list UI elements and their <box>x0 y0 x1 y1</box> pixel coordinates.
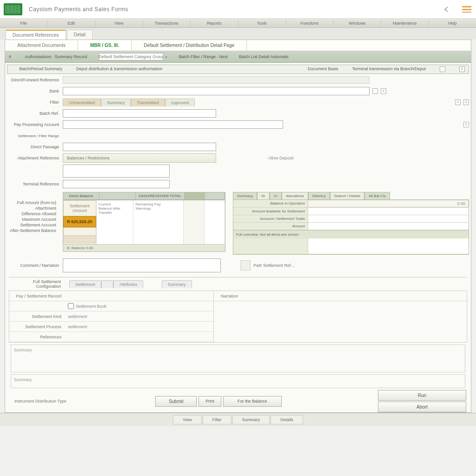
ltab-2[interactable] <box>101 280 113 288</box>
filtertab-untransmitted[interactable]: Untransmitted <box>63 99 101 106</box>
bnav-view[interactable]: View <box>173 415 201 424</box>
basis-menu-icon[interactable]: ≡ <box>459 66 465 72</box>
cell-settlement-amount: R 620,529.20 <box>63 216 96 227</box>
dtab-delivery[interactable]: Delivery <box>308 192 330 199</box>
submit-button[interactable]: Submit <box>155 396 197 407</box>
window-title: Caystom Payments and Sales Forms <box>29 6 128 13</box>
det-amount-label: Amount <box>233 223 308 230</box>
menu-functions[interactable]: Functions <box>286 19 334 27</box>
section-mbr[interactable]: MBR / GS. III. <box>78 40 132 51</box>
section-settlement[interactable]: Default Settlement / Distribution Detail… <box>132 40 247 51</box>
menu-view[interactable]: View <box>95 19 143 27</box>
path-checkbox[interactable] <box>240 260 251 271</box>
cell-remaining: Remaining PayWarnings <box>133 200 184 244</box>
comment-input[interactable] <box>63 258 221 272</box>
ltab-settlement[interactable]: Settlement <box>69 280 101 288</box>
menu-transactions[interactable]: Transactions <box>143 19 191 27</box>
direct-passage-input[interactable] <box>63 143 216 151</box>
label-batchref: Batch Ref. <box>7 111 63 116</box>
menu-help[interactable]: Help <box>429 19 476 27</box>
batchref-input[interactable] <box>63 109 216 118</box>
section-attachments[interactable]: Attachment Documents <box>5 40 78 51</box>
label-payproc: Pay Processing Account <box>7 122 63 127</box>
print-button[interactable]: Print <box>198 396 221 407</box>
ltab-attributes[interactable]: Attributes <box>113 280 143 288</box>
bnav-filter[interactable]: Filter <box>203 415 231 424</box>
terminal-ref-input[interactable] <box>63 180 170 188</box>
settlement-book-checkbox[interactable] <box>68 303 74 309</box>
label-settlement-range: Settlement / Filter Range <box>7 134 63 138</box>
filtertab-transmitted[interactable]: Transmitted <box>131 99 165 106</box>
det-avail-input[interactable] <box>308 208 469 215</box>
dtab-alloc[interactable]: Allocations <box>282 192 308 199</box>
label-allow-deposit: Allow Deposit <box>268 156 294 160</box>
bank-input[interactable] <box>63 87 370 95</box>
label-references: References <box>9 335 65 339</box>
menu-file[interactable]: File <box>0 19 48 27</box>
filtertab-approved[interactable]: Approved <box>165 99 195 106</box>
label-filter: Filter <box>7 100 63 105</box>
det-extra-input[interactable] <box>308 238 469 254</box>
run-button[interactable]: Run <box>378 390 466 401</box>
filtertab-summary[interactable]: Summary <box>101 99 131 106</box>
label-settlement-kind: Settlement Kind <box>9 314 65 319</box>
label-batch-period: Batch/Period Summary <box>11 66 62 72</box>
path-checkbox-label: Path Settlement Ref… <box>253 263 295 268</box>
det-totals-input[interactable] <box>308 215 469 222</box>
label-direct-fwd: Direct/Forward Reference <box>7 78 63 82</box>
detail-footer: Full overview: Not all items are shown <box>233 230 469 238</box>
bank-picker-icon[interactable]: … <box>372 88 378 94</box>
label-document-basis: Document Basis <box>308 66 338 72</box>
dtab-cr[interactable]: Cr <box>270 192 282 199</box>
label-narration: Narration <box>214 294 242 298</box>
tab-detail[interactable]: Detail <box>67 30 93 40</box>
menu-reports[interactable]: Reports <box>191 19 238 27</box>
dtab-dr[interactable]: Dr <box>257 192 269 199</box>
dtab-summary[interactable]: Summary <box>233 192 257 199</box>
bnav-details[interactable]: Details <box>271 415 303 424</box>
value-document-basis: Terminal transmission via Branch/Depot <box>352 66 426 72</box>
back-arrow-icon[interactable] <box>441 6 452 13</box>
dtab-search[interactable]: Search / Details <box>330 192 364 199</box>
notes-area-2[interactable]: Summary <box>11 374 465 388</box>
abort-button[interactable]: Abort <box>378 402 466 412</box>
dtab-balcls[interactable]: All Bal Cls <box>364 192 390 199</box>
det-avail-label: Amount Available for Settlement <box>233 208 308 215</box>
menu-windows[interactable]: Windows <box>334 19 382 27</box>
crumb-range: Batch Filter / Range · Next <box>179 54 228 59</box>
menu-maintenance[interactable]: Maintenance <box>381 19 429 27</box>
menu-icon[interactable] <box>461 6 472 13</box>
value-batch-period: Depot distribution & transmission author… <box>76 66 163 72</box>
side-attachment: Attachment <box>7 206 60 211</box>
crumb-category-input[interactable] <box>99 53 164 60</box>
side-settlement: Settlement Account <box>7 223 60 227</box>
basis-picker[interactable]: … <box>440 66 445 72</box>
bnav-summary[interactable]: Summary <box>232 415 270 424</box>
side-max: Maximum Account <box>7 217 60 222</box>
payproc-input[interactable] <box>63 120 283 129</box>
menu-tools[interactable]: Tools <box>238 19 286 27</box>
app-logo <box>4 3 22 15</box>
label-direct-passage: Direct Passage <box>7 145 63 149</box>
notes-area-1[interactable]: Summary <box>11 344 465 372</box>
balance-button[interactable]: For the Balance <box>223 396 282 407</box>
bank-menu-icon[interactable]: ≡ <box>381 88 386 94</box>
attach-ref-note: Balances / Restrictions <box>63 153 216 163</box>
crumb-auth: Authorisations · Summary Record <box>25 54 87 59</box>
ltab-summary[interactable]: Summary <box>162 280 192 288</box>
side-after: After-Settlement Balance <box>7 228 60 233</box>
attach-value-input[interactable] <box>63 165 170 178</box>
filter-menu2-icon[interactable]: ≡ <box>463 99 469 105</box>
filter-menu-icon[interactable]: ≡ <box>455 99 461 105</box>
tab-document-refs[interactable]: Document References <box>6 30 66 40</box>
side-diff: Difference Allowed <box>7 212 60 216</box>
label-terminal-ref: Terminal Reference <box>7 182 63 186</box>
legend-distribution: Instrument Distribution Type <box>14 399 66 403</box>
value-settlement-process: settlement <box>65 324 213 329</box>
payproc-menu-icon[interactable]: ≡ <box>463 122 469 127</box>
menu-edit[interactable]: Edit <box>48 19 96 27</box>
bottom-nav: View Filter Summary Details <box>0 413 476 426</box>
det-amount-input[interactable] <box>308 223 469 230</box>
label-comment: Comment / Narration <box>7 263 63 268</box>
label-attach-ref: Attachment Reference <box>7 156 63 160</box>
